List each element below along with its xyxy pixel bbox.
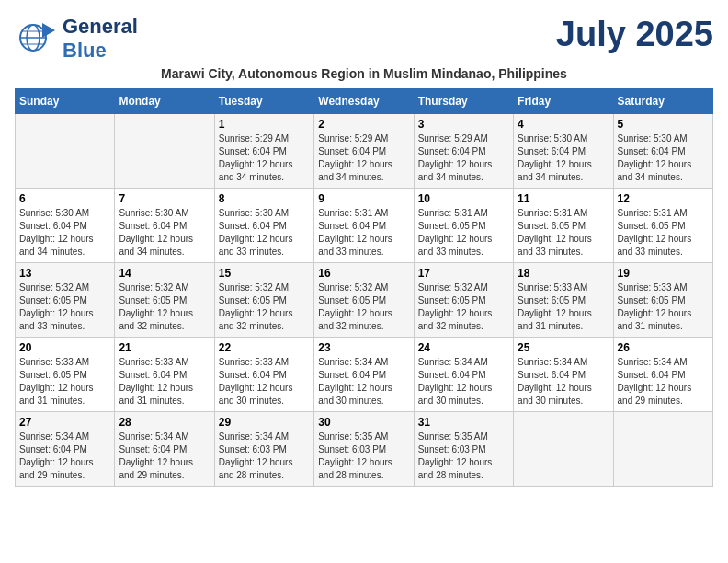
day-number: 16 — [318, 267, 409, 280]
day-info: Sunrise: 5:30 AM Sunset: 6:04 PM Dayligh… — [618, 132, 709, 184]
calendar-cell: 12Sunrise: 5:31 AM Sunset: 6:05 PM Dayli… — [613, 189, 712, 263]
day-number: 15 — [219, 267, 310, 280]
day-info: Sunrise: 5:30 AM Sunset: 6:04 PM Dayligh… — [219, 207, 310, 259]
day-info: Sunrise: 5:34 AM Sunset: 6:04 PM Dayligh… — [518, 356, 609, 408]
week-row-1: 1Sunrise: 5:29 AM Sunset: 6:04 PM Daylig… — [16, 114, 713, 189]
day-number: 6 — [19, 192, 110, 205]
day-info: Sunrise: 5:35 AM Sunset: 6:03 PM Dayligh… — [418, 431, 509, 482]
day-number: 8 — [219, 192, 310, 205]
day-info: Sunrise: 5:31 AM Sunset: 6:05 PM Dayligh… — [418, 207, 509, 259]
day-number: 18 — [518, 267, 609, 280]
calendar-cell: 1Sunrise: 5:29 AM Sunset: 6:04 PM Daylig… — [214, 114, 313, 189]
calendar-cell: 13Sunrise: 5:32 AM Sunset: 6:05 PM Dayli… — [16, 263, 115, 338]
day-number: 13 — [19, 267, 110, 280]
day-info: Sunrise: 5:32 AM Sunset: 6:05 PM Dayligh… — [418, 282, 509, 333]
month-title: July 2025 — [556, 15, 713, 54]
logo-text: General Blue — [63, 15, 138, 63]
calendar-cell: 15Sunrise: 5:32 AM Sunset: 6:05 PM Dayli… — [214, 263, 313, 338]
calendar-cell: 2Sunrise: 5:29 AM Sunset: 6:04 PM Daylig… — [314, 114, 414, 189]
day-number: 7 — [119, 192, 210, 205]
day-number: 24 — [418, 341, 509, 354]
day-info: Sunrise: 5:31 AM Sunset: 6:05 PM Dayligh… — [518, 207, 609, 259]
calendar-cell: 25Sunrise: 5:34 AM Sunset: 6:04 PM Dayli… — [514, 338, 613, 412]
logo-icon — [15, 17, 59, 56]
day-number: 28 — [119, 416, 210, 429]
day-number: 29 — [219, 416, 310, 429]
header-day-thursday: Thursday — [414, 89, 513, 114]
calendar-cell: 5Sunrise: 5:30 AM Sunset: 6:04 PM Daylig… — [613, 114, 712, 189]
day-number: 4 — [518, 118, 609, 131]
day-info: Sunrise: 5:33 AM Sunset: 6:05 PM Dayligh… — [518, 282, 609, 333]
day-info: Sunrise: 5:34 AM Sunset: 6:04 PM Dayligh… — [19, 431, 110, 482]
calendar-cell: 20Sunrise: 5:33 AM Sunset: 6:05 PM Dayli… — [16, 338, 115, 412]
day-number: 17 — [418, 267, 509, 280]
header-day-friday: Friday — [514, 89, 613, 114]
header-day-tuesday: Tuesday — [214, 89, 313, 114]
logo: General Blue — [15, 15, 138, 63]
day-number: 21 — [119, 341, 210, 354]
calendar-cell: 7Sunrise: 5:30 AM Sunset: 6:04 PM Daylig… — [115, 189, 214, 263]
day-info: Sunrise: 5:30 AM Sunset: 6:04 PM Dayligh… — [19, 207, 110, 259]
days-header-row: SundayMondayTuesdayWednesdayThursdayFrid… — [16, 89, 713, 114]
day-info: Sunrise: 5:32 AM Sunset: 6:05 PM Dayligh… — [119, 282, 210, 333]
day-info: Sunrise: 5:34 AM Sunset: 6:03 PM Dayligh… — [219, 431, 310, 482]
calendar-cell: 10Sunrise: 5:31 AM Sunset: 6:05 PM Dayli… — [414, 189, 513, 263]
day-number: 2 — [318, 118, 409, 131]
calendar-cell: 24Sunrise: 5:34 AM Sunset: 6:04 PM Dayli… — [414, 338, 513, 412]
calendar-cell: 17Sunrise: 5:32 AM Sunset: 6:05 PM Dayli… — [414, 263, 513, 338]
calendar-cell — [16, 114, 115, 189]
day-info: Sunrise: 5:30 AM Sunset: 6:04 PM Dayligh… — [119, 207, 210, 259]
day-info: Sunrise: 5:34 AM Sunset: 6:04 PM Dayligh… — [618, 356, 709, 408]
day-number: 1 — [219, 118, 310, 131]
day-number: 10 — [418, 192, 509, 205]
day-number: 27 — [19, 416, 110, 429]
day-info: Sunrise: 5:32 AM Sunset: 6:05 PM Dayligh… — [219, 282, 310, 333]
calendar-cell — [613, 412, 712, 487]
day-number: 25 — [518, 341, 609, 354]
calendar-cell — [514, 412, 613, 487]
calendar-cell: 18Sunrise: 5:33 AM Sunset: 6:05 PM Dayli… — [514, 263, 613, 338]
calendar-cell: 30Sunrise: 5:35 AM Sunset: 6:03 PM Dayli… — [314, 412, 414, 487]
calendar-cell: 21Sunrise: 5:33 AM Sunset: 6:04 PM Dayli… — [115, 338, 214, 412]
calendar-cell: 14Sunrise: 5:32 AM Sunset: 6:05 PM Dayli… — [115, 263, 214, 338]
day-info: Sunrise: 5:33 AM Sunset: 6:05 PM Dayligh… — [618, 282, 709, 333]
day-info: Sunrise: 5:33 AM Sunset: 6:04 PM Dayligh… — [219, 356, 310, 408]
day-info: Sunrise: 5:34 AM Sunset: 6:04 PM Dayligh… — [418, 356, 509, 408]
calendar-cell: 23Sunrise: 5:34 AM Sunset: 6:04 PM Dayli… — [314, 338, 414, 412]
calendar-cell: 28Sunrise: 5:34 AM Sunset: 6:04 PM Dayli… — [115, 412, 214, 487]
day-number: 5 — [618, 118, 709, 131]
calendar-cell: 31Sunrise: 5:35 AM Sunset: 6:03 PM Dayli… — [414, 412, 513, 487]
day-info: Sunrise: 5:31 AM Sunset: 6:04 PM Dayligh… — [318, 207, 409, 259]
header-day-wednesday: Wednesday — [314, 89, 414, 114]
day-number: 26 — [618, 341, 709, 354]
week-row-5: 27Sunrise: 5:34 AM Sunset: 6:04 PM Dayli… — [16, 412, 713, 487]
day-info: Sunrise: 5:29 AM Sunset: 6:04 PM Dayligh… — [318, 132, 409, 184]
day-info: Sunrise: 5:30 AM Sunset: 6:04 PM Dayligh… — [518, 132, 609, 184]
day-number: 11 — [518, 192, 609, 205]
header-day-saturday: Saturday — [613, 89, 712, 114]
day-number: 14 — [119, 267, 210, 280]
day-info: Sunrise: 5:33 AM Sunset: 6:05 PM Dayligh… — [19, 356, 110, 408]
day-number: 19 — [618, 267, 709, 280]
day-info: Sunrise: 5:32 AM Sunset: 6:05 PM Dayligh… — [318, 282, 409, 333]
week-row-3: 13Sunrise: 5:32 AM Sunset: 6:05 PM Dayli… — [16, 263, 713, 338]
calendar-cell: 8Sunrise: 5:30 AM Sunset: 6:04 PM Daylig… — [214, 189, 313, 263]
day-number: 3 — [418, 118, 509, 131]
header-day-monday: Monday — [115, 89, 214, 114]
day-info: Sunrise: 5:35 AM Sunset: 6:03 PM Dayligh… — [318, 431, 409, 482]
calendar-table: SundayMondayTuesdayWednesdayThursdayFrid… — [15, 88, 713, 487]
week-row-4: 20Sunrise: 5:33 AM Sunset: 6:05 PM Dayli… — [16, 338, 713, 412]
calendar-cell: 3Sunrise: 5:29 AM Sunset: 6:04 PM Daylig… — [414, 114, 513, 189]
day-number: 22 — [219, 341, 310, 354]
calendar-cell — [115, 114, 214, 189]
day-info: Sunrise: 5:32 AM Sunset: 6:05 PM Dayligh… — [19, 282, 110, 333]
day-info: Sunrise: 5:29 AM Sunset: 6:04 PM Dayligh… — [418, 132, 509, 184]
day-info: Sunrise: 5:34 AM Sunset: 6:04 PM Dayligh… — [318, 356, 409, 408]
week-row-2: 6Sunrise: 5:30 AM Sunset: 6:04 PM Daylig… — [16, 189, 713, 263]
day-number: 12 — [618, 192, 709, 205]
calendar-cell: 6Sunrise: 5:30 AM Sunset: 6:04 PM Daylig… — [16, 189, 115, 263]
calendar-cell: 11Sunrise: 5:31 AM Sunset: 6:05 PM Dayli… — [514, 189, 613, 263]
page-header: General Blue July 2025 — [15, 15, 713, 63]
day-number: 20 — [19, 341, 110, 354]
page-subtitle: Marawi City, Autonomous Region in Muslim… — [15, 66, 713, 81]
